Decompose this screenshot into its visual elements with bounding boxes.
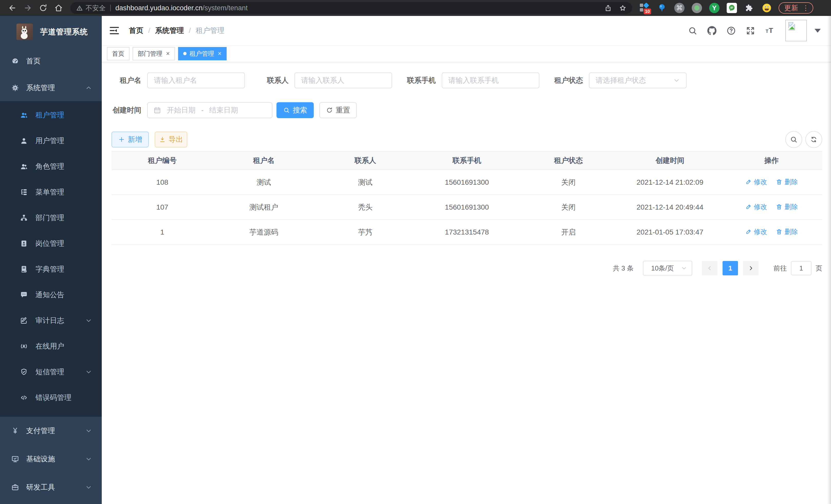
extension-y-icon[interactable]: Y [709,2,720,13]
delete-link[interactable]: 删除 [776,178,798,186]
tab-home[interactable]: 首页 [107,47,130,60]
browser-update-button[interactable]: 更新 ⋮ [779,2,813,13]
close-icon[interactable]: × [218,50,222,57]
sidebar-item-error-codes[interactable]: 错误码管理 [0,385,102,411]
extension-balloon-icon[interactable] [656,2,667,13]
code-icon [20,394,28,402]
tab-department[interactable]: 部门管理 × [133,47,175,60]
browser-home-icon[interactable] [54,4,63,12]
close-icon[interactable]: × [166,50,170,57]
yen-icon [11,427,19,435]
user-avatar-menu[interactable] [785,20,821,41]
sidebar-item-system[interactable]: 系统管理 [0,75,102,101]
not-secure-label[interactable]: 不安全 [86,4,106,12]
sidebar-item-notice[interactable]: 通知公告 [0,282,102,308]
search-button[interactable]: 搜索 [277,102,314,118]
current-page-button[interactable]: 1 [722,261,738,275]
sidebar-item-infrastructure[interactable]: 基础设施 [0,445,102,473]
tags-view-bar: 首页 部门管理 × 租户管理 × [102,45,831,62]
chevron-down-icon [85,317,92,324]
refresh-table-button[interactable] [805,131,822,148]
edit-link[interactable]: 修改 [745,178,767,186]
sidebar-item-sms[interactable]: 短信管理 [0,359,102,385]
sidebar-item-departments[interactable]: 部门管理 [0,205,102,231]
tab-tenant[interactable]: 租户管理 × [178,47,227,60]
goto-page-input[interactable]: 1 [791,261,811,275]
status-select[interactable]: 请选择租户状态 [589,72,687,88]
sidebar-item-home[interactable]: 首页 [0,48,102,75]
sidebar-item-audit-log[interactable]: 审计日志 [0,308,102,333]
toggle-search-button[interactable] [785,131,802,148]
font-size-icon[interactable]: TT [765,26,774,35]
fullscreen-icon[interactable] [746,26,755,35]
search-icon [790,136,798,143]
sidebar-collapse-icon[interactable] [109,25,120,36]
col-tenant-id: 租户编号 [112,151,213,170]
add-button[interactable]: 新增 [112,131,149,147]
end-date-placeholder[interactable]: 结束日期 [209,105,238,115]
sidebar-item-tenant[interactable]: 租户管理 [0,102,102,128]
sidebar-item-dict[interactable]: 字典管理 [0,256,102,282]
page-size-select[interactable]: 10条/页 [643,261,692,276]
sidebar-item-posts[interactable]: 岗位管理 [0,231,102,256]
profile-emoji-icon[interactable] [761,2,772,13]
start-date-placeholder[interactable]: 开始日期 [167,105,196,115]
sidebar-item-online-users[interactable]: 在线用户 [0,333,102,359]
edit-link[interactable]: 修改 [745,227,767,236]
trash-icon [776,179,782,185]
share-icon[interactable] [604,4,612,12]
contact-input[interactable]: 请输入联系人 [294,72,392,88]
breadcrumb-home[interactable]: 首页 [129,26,143,35]
user-icon [20,137,28,145]
app-logo[interactable]: 芋道管理系统 [0,16,102,48]
sidebar-item-dev-tools[interactable]: 研发工具 [0,473,102,501]
omnibox-divider [110,5,111,11]
delete-link[interactable]: 删除 [776,227,798,236]
sidebar-item-roles[interactable]: 角色管理 [0,154,102,179]
active-tab-dot [183,52,187,55]
broken-image-icon [786,21,797,31]
update-label: 更新 [784,3,798,12]
chevron-down-icon [85,484,92,491]
search-icon[interactable] [688,26,697,35]
sms-shield-icon [20,368,28,376]
address-bar[interactable]: 不安全 dashboard.yudao.iocoder.cn/system/te… [70,2,632,14]
prev-page-button[interactable] [702,261,717,275]
extensions-row: 10 ⌘ Y [639,2,772,13]
create-time-range-picker[interactable]: 开始日期 - 结束日期 [147,102,273,118]
browser-forward-icon[interactable] [23,4,32,12]
next-page-button[interactable] [743,261,758,275]
system-submenu: 租户管理 用户管理 角色管理 菜单管理 部门管理 [0,101,102,417]
delete-link[interactable]: 删除 [776,202,798,211]
sidebar-item-menus[interactable]: 菜单管理 [0,179,102,205]
extensions-puzzle-icon[interactable] [744,2,755,13]
phone-input[interactable]: 请输入联系手机 [442,72,539,88]
help-icon[interactable] [726,26,736,35]
sidebar-item-users[interactable]: 用户管理 [0,128,102,154]
extension-tabs-icon[interactable]: 10 [639,2,650,13]
sidebar-item-payment[interactable]: 支付管理 [0,417,102,445]
logo-rabbit-image [17,24,33,40]
col-contact: 联系人 [315,151,416,170]
dropdown-caret-icon[interactable] [814,29,821,33]
extension-command-icon[interactable]: ⌘ [674,2,685,13]
online-icon [20,343,28,350]
reset-button[interactable]: 重置 [319,102,357,118]
tenant-icon [20,111,28,119]
extension-chat-icon[interactable] [726,2,738,13]
browser-back-icon[interactable] [8,4,17,12]
extension-record-icon[interactable] [691,2,703,13]
bookmark-star-icon[interactable] [619,4,627,12]
browser-reload-icon[interactable] [39,4,48,12]
top-navbar: 首页 / 系统管理 / 租户管理 TT [102,16,831,45]
edit-link[interactable]: 修改 [745,202,767,211]
github-icon[interactable] [707,26,717,35]
not-secure-warning-icon [76,5,83,11]
breadcrumb-current: 租户管理 [196,26,225,35]
col-phone: 联系手机 [416,151,517,170]
export-button[interactable]: 导出 [155,131,187,147]
browser-menu-icon[interactable]: ⋮ [802,4,809,12]
avatar-broken-image[interactable] [785,20,807,41]
tenant-name-input[interactable]: 请输入租户名 [147,72,245,88]
breadcrumb-system[interactable]: 系统管理 [155,26,184,35]
